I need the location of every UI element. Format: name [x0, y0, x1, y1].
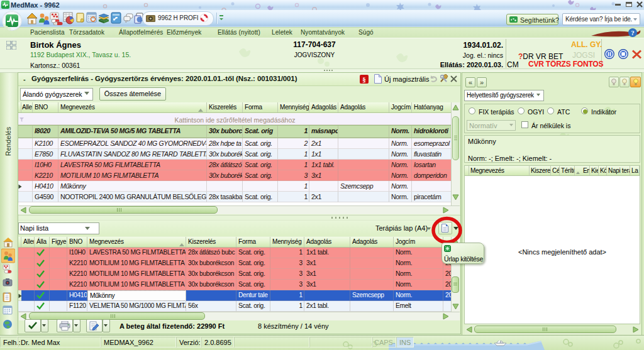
svg-text:?: ? — [631, 29, 635, 36]
